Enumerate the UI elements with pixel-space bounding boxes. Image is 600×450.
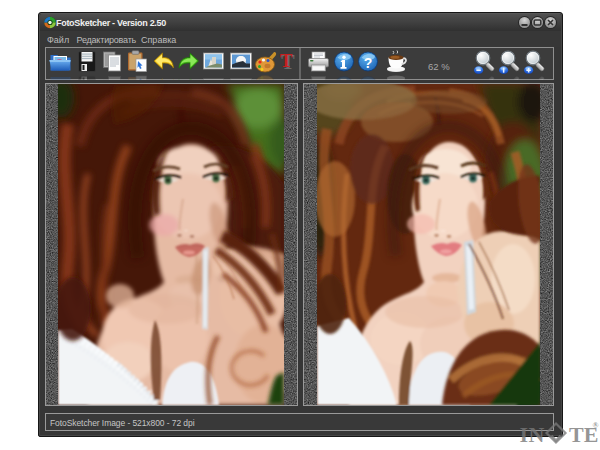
svg-text:IN: IN — [520, 422, 545, 447]
svg-text:®: ® — [593, 421, 599, 430]
